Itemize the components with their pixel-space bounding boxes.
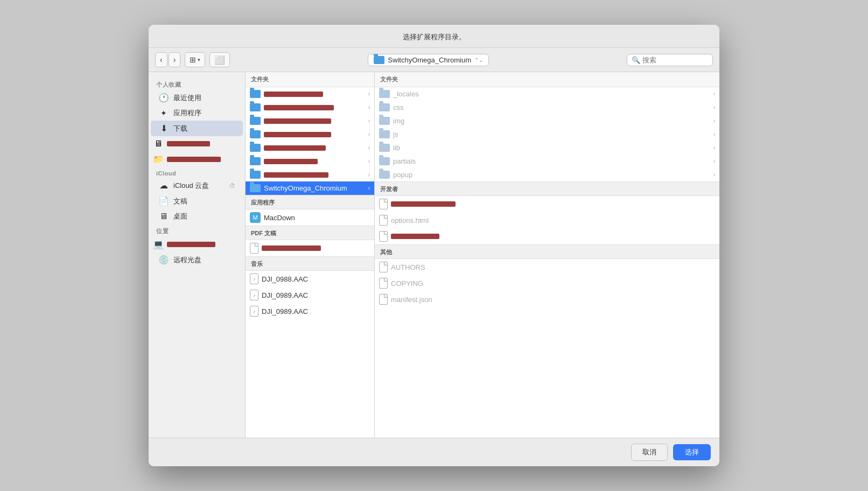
remote-disk-label: 远程光盘 [173,255,201,265]
new-folder-button[interactable]: ⬜ [209,52,230,67]
locations-section-label: 位置 [149,224,245,236]
col1-folder-redacted-2[interactable]: › [246,101,374,114]
column-1: 文件夹 › › › [246,72,375,438]
music-label-1: DJI_0988.AAC [262,275,308,283]
downloads-label: 下载 [173,124,187,134]
redacted-folder-4 [264,132,331,137]
toolbar: ‹ › ⊞ ▾ ⬜ SwitchyOmega_Chromium ⌃⌄ 🔍 [149,48,719,72]
switchy-folder-icon [250,184,261,192]
icloud-icon: ☁ [158,180,169,191]
applications-label: 应用程序 [173,108,201,118]
desktop-icon: 🖥 [158,212,169,221]
col2-popup[interactable]: popup › [375,168,719,181]
switchy-label: SwitchyOmega_Chromium [264,184,347,192]
chevron-down-icon: ▾ [198,57,200,62]
view-toggle-button[interactable]: ⊞ ▾ [185,52,205,67]
col1-folder-redacted-7[interactable]: › [246,168,374,181]
redacted-icon-1: 🖥 [153,139,164,149]
col1-folder-redacted-1[interactable]: › [246,87,374,101]
search-bar[interactable]: 🔍 [627,54,713,66]
sidebar-item-remote-disk[interactable]: 💿 远程光盘 [151,252,243,268]
sidebar-item-desktop[interactable]: 🖥 桌面 [151,209,243,224]
folder-icon-2 [250,103,261,111]
sidebar-item-applications[interactable]: ✦ 应用程序 [151,106,243,121]
select-button[interactable]: 选择 [673,444,711,460]
column-2: 文件夹 _locales › css › img › [375,72,719,438]
chevron-icon-4: › [368,131,370,137]
redacted-folder-6 [264,159,318,164]
col1-folder-switchy[interactable]: SwitchyOmega_Chromium › [246,181,374,195]
css-label: css [393,103,404,111]
search-icon: 🔍 [632,56,640,64]
col2-partials[interactable]: partials › [375,155,719,168]
col2-locales[interactable]: _locales › [375,87,719,101]
chevron-icon-3: › [368,118,370,124]
sidebar-item-icloud[interactable]: ☁ iCloud 云盘 ⏱ [151,178,243,193]
col1-folder-redacted-6[interactable]: › [246,155,374,168]
cancel-button[interactable]: 取消 [631,444,668,461]
img-label: img [393,117,404,125]
dialog-title-bar: 选择扩展程序目录。 [149,25,719,48]
file-columns: 文件夹 › › › [246,72,719,438]
img-folder-icon [379,117,390,125]
locales-folder-icon [379,90,390,98]
col1-music-1[interactable]: ♪ DJI_0988.AAC [246,271,374,287]
col2-dev-redacted-1[interactable] [375,196,719,212]
chevron-icon-5: › [368,145,370,151]
forward-button[interactable]: › [169,52,181,67]
col1-folder-redacted-4[interactable]: › [246,128,374,141]
macdown-icon: M [250,212,261,223]
col2-authors[interactable]: AUTHORS [375,259,719,275]
col2-css[interactable]: css › [375,101,719,114]
chevron-icon-7: › [368,172,370,178]
col2-dev-section: 开发者 [375,181,719,196]
folder-icon [374,56,384,64]
col1-app-macdown[interactable]: M MacDown [246,209,374,226]
col2-manifest[interactable]: manifest.json [375,291,719,307]
forward-icon: › [173,55,176,64]
lib-folder-icon [379,144,390,152]
back-button[interactable]: ‹ [155,52,167,67]
col2-img[interactable]: img › [375,114,719,128]
sidebar-item-downloads[interactable]: ⬇ 下载 [151,121,243,136]
col2-dev-redacted-2[interactable] [375,228,719,244]
icloud-section-label: iCloud [149,167,245,178]
folder-icon-1 [250,90,261,98]
col1-folder-redacted-5[interactable]: › [246,141,374,155]
sidebar-item-recents[interactable]: 🕐 最近使用 [151,90,243,106]
personal-section-label: 个人收藏 [149,78,245,90]
col1-pdf-redacted[interactable] [246,240,374,256]
redacted-dev-2 [391,234,439,239]
manifest-label: manifest.json [391,296,432,304]
col2-lib[interactable]: lib › [375,141,719,155]
css-folder-icon [379,103,390,111]
pdf-icon [250,243,258,254]
authors-label: AUTHORS [391,263,425,271]
recents-label: 最近使用 [173,93,201,103]
chevron-popup: › [713,172,715,178]
col2-options[interactable]: options.html [375,212,719,228]
music-label-2: DJI_0989.AAC [262,291,308,299]
redacted-dev-1 [391,201,456,207]
col1-music-3[interactable]: ♪ DJI_0989.AAC [246,303,374,319]
col1-folder-redacted-3[interactable]: › [246,114,374,128]
new-folder-icon: ⬜ [214,55,225,65]
col2-copying[interactable]: COPYING [375,275,719,291]
js-label: js [393,130,398,138]
search-input[interactable] [642,56,696,64]
redacted-folder-5 [264,145,326,151]
redacted-bar-1 [167,141,210,146]
folder-icon-4 [250,130,261,138]
downloads-icon: ⬇ [158,123,169,134]
col2-js[interactable]: js › [375,128,719,141]
icloud-sync-icon: ⏱ [229,183,235,189]
sidebar-item-documents[interactable]: 📄 文稿 [151,193,243,209]
col1-music-2[interactable]: ♪ DJI_0989.AAC [246,287,374,303]
folder-icon-3 [250,117,261,125]
options-icon [379,215,388,226]
col1-app-section: 应用程序 [246,195,374,209]
location-pill[interactable]: SwitchyOmega_Chromium ⌃⌄ [368,54,489,66]
popup-label: popup [393,171,412,179]
desktop-label: 桌面 [173,212,187,221]
col2-header: 文件夹 [375,72,719,87]
